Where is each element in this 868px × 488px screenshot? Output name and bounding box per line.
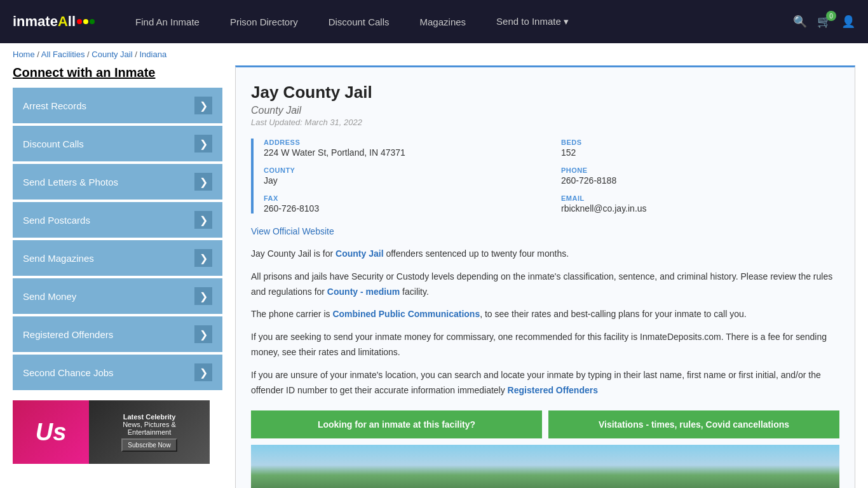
ad-line2: News, Pictures & — [123, 421, 176, 428]
content-area: Jay County Jail County Jail Last Updated… — [235, 65, 855, 488]
ad-brand-text: Us — [36, 419, 67, 446]
ad-line3: Entertainment — [128, 428, 171, 436]
user-icon[interactable]: 👤 — [841, 15, 855, 29]
desc2-end: facility. — [400, 287, 429, 297]
desc-para-2: All prisons and jails have Security or C… — [251, 269, 839, 300]
beds-value: 152 — [561, 147, 839, 158]
fax-block: FAX 260-726-8103 — [264, 194, 542, 214]
sidebar-item-label: Send Money — [23, 291, 76, 302]
beds-block: BEDS 152 — [561, 139, 839, 158]
breadcrumb-county-jail[interactable]: County Jail — [92, 50, 132, 59]
county-block: COUNTY Jay — [264, 166, 542, 186]
bottom-buttons: Looking for an inmate at this facility? … — [251, 410, 839, 438]
desc-para-1: Jay County Jail is for County Jail offen… — [251, 247, 839, 262]
fax-value: 260-726-8103 — [264, 203, 542, 214]
search-icon[interactable]: 🔍 — [793, 15, 807, 29]
nav-discount-calls[interactable]: Discount Calls — [313, 0, 405, 43]
sidebar-item-label: Arrest Records — [23, 100, 86, 111]
sidebar-arrow-postcards: ❯ — [194, 211, 212, 229]
desc-para-5: If you are unsure of your inmate's locat… — [251, 368, 839, 398]
email-value: rbicknell@co.jay.in.us — [561, 203, 839, 214]
nav-send-to-inmate[interactable]: Send to Inmate ▾ — [481, 0, 584, 43]
sidebar-item-label: Send Magazines — [23, 253, 94, 264]
visitations-button[interactable]: Visitations - times, rules, Covid cancel… — [548, 410, 839, 438]
beds-label: BEDS — [561, 139, 839, 146]
desc1-end: offenders sentenced up to twenty four mo… — [384, 248, 569, 259]
logo-dot-yellow — [83, 19, 88, 24]
sidebar-arrow-arrest: ❯ — [194, 97, 212, 114]
official-website-link[interactable]: View Official Website — [251, 226, 334, 236]
desc-para-4: If you are seeking to send your inmate m… — [251, 330, 839, 360]
facility-type: County Jail — [251, 105, 839, 116]
description-section: Jay County Jail is for County Jail offen… — [251, 247, 839, 398]
sidebar-arrow-discount: ❯ — [194, 135, 212, 152]
sidebar-item-arrest-records[interactable]: Arrest Records ❯ — [13, 88, 222, 123]
info-grid: ADDRESS 224 W Water St, Portland, IN 473… — [251, 139, 839, 214]
breadcrumb-all-facilities[interactable]: All Facilities — [41, 50, 85, 59]
sidebar-item-send-postcards[interactable]: Send Postcards ❯ — [13, 202, 222, 238]
county-value: Jay — [264, 175, 542, 186]
phone-value: 260-726-8188 — [561, 175, 839, 186]
sidebar-title: Connect with an Inmate — [13, 65, 222, 80]
logo-dot-red — [77, 19, 82, 24]
ad-line1: Latest Celebrity — [123, 413, 176, 421]
fax-label: FAX — [264, 194, 542, 202]
nav-find-inmate[interactable]: Find An Inmate — [120, 0, 215, 43]
address-block: ADDRESS 224 W Water St, Portland, IN 473… — [264, 139, 542, 158]
sidebar: Connect with an Inmate Arrest Records ❯ … — [13, 65, 222, 488]
find-inmate-button[interactable]: Looking for an inmate at this facility? — [251, 410, 542, 438]
desc-para-3: The phone carrier is Combined Public Com… — [251, 307, 839, 322]
county-label: COUNTY — [264, 166, 542, 174]
nav-prison-directory[interactable]: Prison Directory — [215, 0, 313, 43]
sidebar-item-send-money[interactable]: Send Money ❯ — [13, 278, 222, 314]
phone-block: PHONE 260-726-8188 — [561, 166, 839, 186]
sidebar-arrow-letters: ❯ — [194, 173, 212, 191]
sidebar-arrow-magazines: ❯ — [194, 249, 212, 267]
sidebar-ad[interactable]: Us Latest Celebrity News, Pictures & Ent… — [13, 400, 210, 464]
sidebar-item-second-chance-jobs[interactable]: Second Chance Jobs ❯ — [13, 355, 222, 390]
ad-brand-bg: Us — [13, 400, 89, 464]
sidebar-item-label: Send Postcards — [23, 215, 90, 226]
email-label: EMAIL — [561, 194, 839, 202]
address-label: ADDRESS — [264, 139, 542, 146]
desc5-link[interactable]: Registered Offenders — [508, 385, 598, 395]
email-block: EMAIL rbicknell@co.jay.in.us — [561, 194, 839, 214]
ad-subscribe-button[interactable]: Subscribe Now — [121, 438, 177, 452]
desc3-start: The phone carrier is — [251, 309, 332, 319]
logo[interactable]: inmate A ll — [13, 13, 95, 30]
breadcrumb: Home / All Facilities / County Jail / In… — [0, 43, 868, 65]
cart-badge: 0 — [826, 11, 836, 21]
cart-icon[interactable]: 🛒 0 — [817, 15, 831, 29]
sidebar-item-label: Send Letters & Photos — [23, 177, 118, 187]
facility-name: Jay County Jail — [251, 83, 839, 102]
logo-ll: ll — [68, 13, 76, 30]
breadcrumb-home[interactable]: Home — [13, 50, 35, 59]
sidebar-item-send-magazines[interactable]: Send Magazines ❯ — [13, 240, 222, 276]
sidebar-menu: Arrest Records ❯ Discount Calls ❯ Send L… — [13, 88, 222, 390]
sidebar-item-registered-offenders[interactable]: Registered Offenders ❯ — [13, 316, 222, 352]
phone-label: PHONE — [561, 166, 839, 174]
desc3-link[interactable]: Combined Public Communications — [332, 309, 480, 319]
nav-magazines[interactable]: Magazines — [405, 0, 482, 43]
desc1-link[interactable]: County Jail — [336, 248, 383, 259]
desc1-text: Jay County Jail is for — [251, 248, 336, 259]
main-container: Connect with an Inmate Arrest Records ❯ … — [0, 65, 868, 488]
facility-updated: Last Updated: March 31, 2022 — [251, 118, 839, 127]
sidebar-item-label: Second Chance Jobs — [23, 367, 114, 378]
navbar: inmate A ll Find An Inmate Prison Direct… — [0, 0, 868, 43]
address-value: 224 W Water St, Portland, IN 47371 — [264, 147, 542, 158]
navbar-icons: 🔍 🛒 0 👤 — [793, 15, 855, 29]
sidebar-item-send-letters[interactable]: Send Letters & Photos ❯ — [13, 164, 222, 200]
navbar-links: Find An Inmate Prison Directory Discount… — [120, 0, 793, 43]
sidebar-item-label: Discount Calls — [23, 139, 84, 149]
sidebar-item-label: Registered Offenders — [23, 329, 113, 340]
breadcrumb-state[interactable]: Indiana — [139, 50, 166, 59]
sidebar-arrow-money: ❯ — [194, 287, 212, 305]
desc2-link[interactable]: County - medium — [327, 287, 400, 297]
sidebar-arrow-jobs: ❯ — [194, 363, 212, 381]
facility-bottom-image — [251, 445, 839, 488]
logo-dot-green — [90, 19, 95, 24]
sidebar-item-discount-calls[interactable]: Discount Calls ❯ — [13, 126, 222, 161]
desc3-end: , to see their rates and best-calling pl… — [480, 309, 746, 319]
ad-content: Latest Celebrity News, Pictures & Entert… — [89, 400, 210, 464]
